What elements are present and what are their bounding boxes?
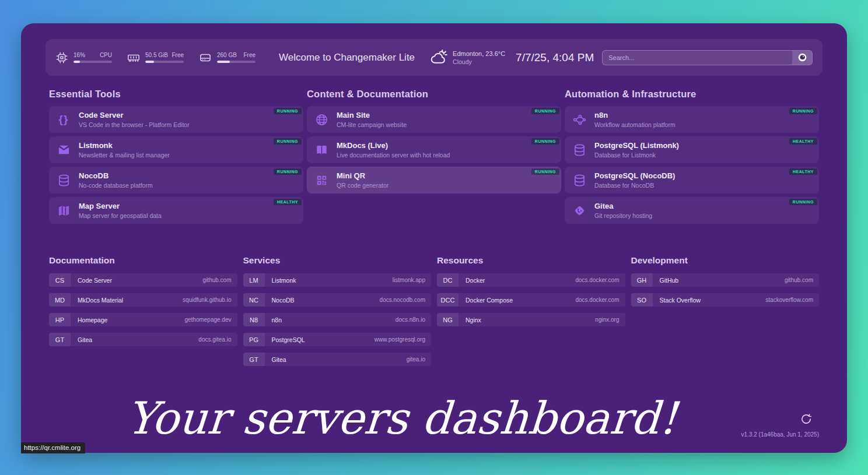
service-description: Live documentation server with hot reloa… [337, 152, 450, 159]
bookmark-docker[interactable]: DCDockerdocs.docker.com [437, 273, 625, 287]
service-name: n8n [594, 111, 676, 120]
cloud-sun-icon [430, 49, 447, 66]
bookmark-abbr: N8 [243, 313, 265, 326]
database-icon [572, 173, 587, 188]
service-card-mkdocs-live[interactable]: MkDocs (Live)Live documentation server w… [307, 136, 561, 163]
service-card-gitea[interactable]: GiteaGit repository hostingRUNNING [565, 197, 819, 224]
bookmark-nginx[interactable]: NGNginxnginx.org [437, 313, 625, 326]
service-card-n8n[interactable]: n8nWorkflow automation platformRUNNING [565, 106, 819, 133]
bookmark-name: MkDocs Material [78, 297, 123, 304]
bookmark-abbr: LM [243, 273, 265, 287]
stat-cpu-0: 16%CPU [55, 51, 112, 64]
bookmark-gitea[interactable]: GTGiteadocs.gitea.io [49, 333, 237, 346]
cpu-icon [55, 51, 68, 64]
status-badge: RUNNING [274, 168, 302, 175]
bookmark-abbr: DC [437, 273, 459, 287]
version-text: v1.3.2 (1a46baa, Jun 1, 2025) [741, 431, 819, 438]
stat-value: 16% [74, 52, 85, 58]
qr-icon [314, 173, 329, 188]
bookmark-domain: stackoverflow.com [765, 297, 813, 303]
bookmark-name: Listmonk [272, 277, 296, 284]
service-group-essential-tools: Essential Tools{}Code ServerVS Code in t… [49, 89, 303, 227]
status-badge: HEALTHY [789, 138, 817, 145]
braces-icon: {} [56, 112, 71, 127]
service-card-code-server[interactable]: {}Code ServerVS Code in the browser - Pl… [49, 106, 303, 133]
section-title: Services [243, 255, 432, 266]
bookmark-domain: docs.gitea.io [198, 336, 231, 343]
bookmark-nocodb[interactable]: NCNocoDBdocs.nocodb.com [243, 293, 432, 307]
service-name: PostgreSQL (NocoDB) [594, 171, 675, 181]
bookmark-abbr: MD [49, 293, 71, 307]
bookmark-docker-compose[interactable]: DCCDocker Composedocs.docker.com [437, 293, 625, 307]
database-icon [56, 173, 71, 188]
service-description: Workflow automation platform [594, 121, 676, 128]
bookmark-gitea[interactable]: GTGiteagitea.io [243, 353, 432, 366]
stat-text-row: 16%CPU [74, 52, 112, 58]
service-name: MkDocs (Live) [337, 141, 450, 150]
service-group-content-documentation: Content & DocumentationMain SiteCM-lite … [307, 89, 561, 197]
service-card-text: PostgreSQL (Listmonk)Database for Listmo… [594, 141, 679, 159]
bookmark-domain: docs.docker.com [575, 277, 619, 283]
search-input[interactable] [603, 51, 792, 65]
bookmark-postgresql[interactable]: PGPostgreSQLwww.postgresql.org [243, 333, 432, 346]
stat-values: 16%CPU [74, 52, 112, 63]
service-card-nocodb[interactable]: NocoDBNo-code database platformRUNNING [49, 167, 303, 193]
bookmark-stack-overflow[interactable]: SOStack Overflowstackoverflow.com [631, 293, 820, 307]
memory-icon [127, 51, 140, 64]
bookmark-abbr: HP [49, 313, 71, 326]
service-description: Database for NocoDB [594, 182, 675, 189]
status-badge: RUNNING [531, 108, 559, 114]
section-title: Resources [437, 255, 625, 266]
database-icon [572, 142, 587, 157]
bookmark-listmonk[interactable]: LMListmonklistmonk.app [243, 273, 432, 287]
service-name: PostgreSQL (Listmonk) [594, 141, 679, 150]
stat-text-row: 50.5 GiBFree [145, 52, 184, 58]
bookmark-abbr: GT [49, 333, 71, 346]
bookmark-n8n[interactable]: N8n8ndocs.n8n.io [243, 313, 432, 326]
service-card-postgresql-listmonk[interactable]: PostgreSQL (Listmonk)Database for Listmo… [565, 136, 819, 163]
bookmark-group-services: ServicesLMListmonklistmonk.appNCNocoDBdo… [243, 255, 432, 372]
stat-values: 260 GBFree [217, 52, 256, 63]
bookmark-group-resources: ResourcesDCDockerdocs.docker.comDCCDocke… [437, 255, 625, 333]
bookmark-name: n8n [272, 316, 282, 323]
service-description: Database for Listmonk [594, 152, 679, 159]
search-provider-button[interactable] [792, 51, 812, 65]
weather-widget[interactable]: Edmonton, 23.6°C Cloudy [430, 49, 505, 66]
service-card-map-server[interactable]: Map ServerMap server for geospatial data… [49, 197, 303, 224]
bookmark-name: Homepage [78, 316, 107, 323]
bookmark-homepage[interactable]: HPHomepagegethomepage.dev [49, 313, 237, 326]
stat-progress-track [145, 61, 184, 63]
service-card-main-site[interactable]: Main SiteCM-lite campaign websiteRUNNING [307, 106, 561, 133]
tagline-text: Your servers dashboard! [21, 392, 847, 444]
bookmark-domain: gitea.io [407, 356, 425, 363]
service-name: Mini QR [337, 171, 388, 181]
bookmark-abbr: SO [631, 293, 653, 307]
bookmark-abbr: CS [49, 273, 71, 287]
stat-progress-fill [217, 61, 230, 63]
service-description: QR code generator [337, 182, 388, 189]
service-card-listmonk[interactable]: ListmonkNewsletter & mailing list manage… [49, 136, 303, 163]
service-card-postgresql-nocodb[interactable]: PostgreSQL (NocoDB)Database for NocoDBHE… [565, 167, 819, 193]
stat-free-1: 50.5 GiBFree [127, 51, 184, 64]
weather-location: Edmonton, 23.6°C [453, 50, 505, 58]
bookmark-name: Gitea [272, 356, 286, 363]
service-name: Listmonk [79, 141, 170, 150]
status-badge: RUNNING [531, 168, 559, 175]
bookmark-abbr: NC [243, 293, 265, 307]
datetime-text: 7/7/25, 4:04 PM [516, 51, 594, 64]
bookmark-abbr: GT [243, 353, 265, 366]
weather-condition: Cloudy [453, 58, 505, 65]
service-description: CM-lite campaign website [337, 121, 407, 128]
stat-label: Free [243, 52, 256, 58]
browser-status-url: https://qr.cmlite.org [21, 442, 85, 453]
stat-text-row: 260 GBFree [217, 52, 256, 58]
service-card-text: Mini QRQR code generator [337, 171, 388, 189]
service-card-mini-qr[interactable]: Mini QRQR code generatorRUNNING [307, 167, 561, 193]
section-title: Development [631, 255, 820, 266]
refresh-button[interactable] [800, 413, 812, 425]
bookmark-code-server[interactable]: CSCode Servergithub.com [49, 273, 237, 287]
bookmark-github[interactable]: GHGitHubgithub.com [631, 273, 820, 287]
bookmark-domain: github.com [203, 277, 232, 283]
bookmark-mkdocs-material[interactable]: MDMkDocs Materialsquidfunk.github.io [49, 293, 237, 307]
service-card-text: Map ServerMap server for geospatial data [79, 202, 162, 219]
